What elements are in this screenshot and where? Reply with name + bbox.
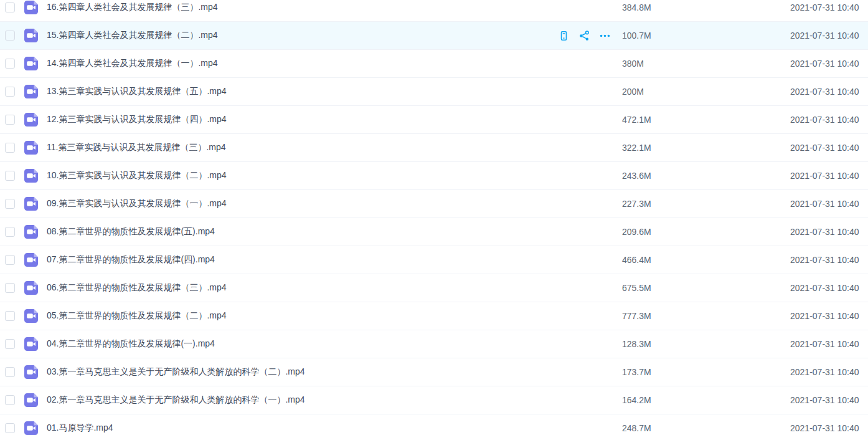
file-row[interactable]: 06.第二章世界的物质性及发展规律（三）.mp4 675.5M 2021-07-… [0,274,868,302]
file-date: 2021-07-31 10:40 [790,395,868,405]
file-row[interactable]: 03.第一章马克思主义是关于无产阶级和人类解放的科学（二）.mp4 173.7M… [0,358,868,386]
row-checkbox[interactable] [5,395,15,405]
row-checkbox[interactable] [5,87,15,97]
video-file-icon [24,225,38,239]
file-name[interactable]: 06.第二章世界的物质性及发展规律（三）.mp4 [47,282,622,294]
file-row[interactable]: 07.第二章世界的物质性及发展规律(四).mp4 466.4M 2021-07-… [0,246,868,274]
file-list: 16.第四章人类社会及其发展规律（三）.mp4 384.8M 2021-07-3… [0,0,868,435]
row-checkbox[interactable] [5,115,15,125]
file-name[interactable]: 10.第三章实践与认识及其发展规律（二）.mp4 [47,170,622,181]
file-row[interactable]: 08.第二章世界的物质性及发展规律(五).mp4 209.6M 2021-07-… [0,218,868,246]
file-row[interactable]: 09.第三章实践与认识及其发展规律（一）.mp4 227.3M 2021-07-… [0,190,868,218]
file-row[interactable]: 15.第四章人类社会及其发展规律（二）.mp4 100 [0,22,868,50]
file-size: 384.8M [622,2,790,12]
video-file-icon [24,393,38,407]
file-name[interactable]: 07.第二章世界的物质性及发展规律(四).mp4 [47,254,622,265]
file-size: 322.1M [622,143,790,153]
video-file-icon [24,1,38,14]
row-checkbox[interactable] [5,283,15,293]
file-size: 128.3M [622,339,790,349]
row-checkbox[interactable] [5,171,15,181]
row-checkbox[interactable] [5,2,15,12]
file-size: 248.7M [622,423,790,433]
file-size: 227.3M [622,199,790,209]
file-row[interactable]: 10.第三章实践与认识及其发展规律（二）.mp4 243.6M 2021-07-… [0,162,868,190]
video-file-icon [24,337,38,351]
file-row[interactable]: 05.第二章世界的物质性及发展规律（二）.mp4 777.3M 2021-07-… [0,302,868,330]
video-file-icon [24,57,38,70]
file-row[interactable]: 04.第二章世界的物质性及发展规律(一).mp4 128.3M 2021-07-… [0,330,868,358]
file-date: 2021-07-31 10:40 [790,87,868,97]
row-actions [558,30,611,42]
video-file-icon [24,85,38,98]
video-file-icon [24,169,38,183]
file-size: 380M [622,59,790,69]
file-name[interactable]: 14.第四章人类社会及其发展规律（一）.mp4 [47,58,622,69]
file-row[interactable]: 12.第三章实践与认识及其发展规律（四）.mp4 472.1M 2021-07-… [0,106,868,134]
file-size: 209.6M [622,227,790,237]
file-date: 2021-07-31 10:40 [790,31,868,41]
file-date: 2021-07-31 10:40 [790,199,868,209]
file-date: 2021-07-31 10:40 [790,2,868,12]
file-name[interactable]: 05.第二章世界的物质性及发展规律（二）.mp4 [47,310,622,322]
video-file-icon [24,253,38,267]
row-checkbox[interactable] [5,199,15,209]
video-file-icon [24,113,38,127]
file-size: 243.6M [622,171,790,181]
file-date: 2021-07-31 10:40 [790,143,868,153]
file-name[interactable]: 12.第三章实践与认识及其发展规律（四）.mp4 [47,114,622,125]
file-date: 2021-07-31 10:40 [790,367,868,377]
file-date: 2021-07-31 10:40 [790,171,868,181]
row-checkbox[interactable] [5,227,15,237]
file-row[interactable]: 14.第四章人类社会及其发展规律（一）.mp4 380M 2021-07-31 … [0,50,868,78]
share-icon[interactable] [578,30,590,42]
file-size: 777.3M [622,311,790,321]
file-name[interactable]: 11.第三章实践与认识及其发展规律（三）.mp4 [47,142,622,153]
file-date: 2021-07-31 10:40 [790,59,868,69]
file-size: 164.2M [622,395,790,405]
file-row[interactable]: 11.第三章实践与认识及其发展规律（三）.mp4 322.1M 2021-07-… [0,134,868,162]
file-date: 2021-07-31 10:40 [790,255,868,265]
row-checkbox[interactable] [5,143,15,153]
row-checkbox[interactable] [5,31,15,41]
file-size: 100.7M [622,31,790,41]
more-icon[interactable] [599,30,611,42]
file-date: 2021-07-31 10:40 [790,339,868,349]
video-file-icon [24,197,38,211]
video-file-icon [24,281,38,295]
file-name[interactable]: 13.第三章实践与认识及其发展规律（五）.mp4 [47,86,622,97]
file-size: 675.5M [622,283,790,293]
row-checkbox[interactable] [5,255,15,265]
file-name[interactable]: 15.第四章人类社会及其发展规律（二）.mp4 [47,30,558,41]
row-checkbox[interactable] [5,423,15,433]
file-date: 2021-07-31 10:40 [790,311,868,321]
file-size: 466.4M [622,255,790,265]
video-file-icon [24,309,38,323]
file-date: 2021-07-31 10:40 [790,283,868,293]
file-name[interactable]: 16.第四章人类社会及其发展规律（三）.mp4 [47,2,622,13]
row-checkbox[interactable] [5,367,15,377]
file-row[interactable]: 02.第一章马克思主义是关于无产阶级和人类解放的科学（一）.mp4 164.2M… [0,386,868,414]
file-name[interactable]: 09.第三章实践与认识及其发展规律（一）.mp4 [47,198,622,209]
video-file-icon [24,141,38,155]
row-checkbox[interactable] [5,59,15,69]
file-name[interactable]: 04.第二章世界的物质性及发展规律(一).mp4 [47,338,622,350]
file-date: 2021-07-31 10:40 [790,423,868,433]
send-to-device-icon[interactable] [558,30,570,42]
file-row[interactable]: 01.马原导学.mp4 248.7M 2021-07-31 10:40 [0,414,868,435]
file-name[interactable]: 02.第一章马克思主义是关于无产阶级和人类解放的科学（一）.mp4 [47,394,622,406]
row-checkbox[interactable] [5,339,15,349]
file-row[interactable]: 16.第四章人类社会及其发展规律（三）.mp4 384.8M 2021-07-3… [0,0,868,22]
video-file-icon [24,421,38,435]
file-name[interactable]: 03.第一章马克思主义是关于无产阶级和人类解放的科学（二）.mp4 [47,366,622,378]
file-name[interactable]: 08.第二章世界的物质性及发展规律(五).mp4 [47,226,622,237]
file-name[interactable]: 01.马原导学.mp4 [47,423,622,434]
row-checkbox[interactable] [5,311,15,321]
file-row[interactable]: 13.第三章实践与认识及其发展规律（五）.mp4 200M 2021-07-31… [0,78,868,106]
video-file-icon [24,365,38,379]
video-file-icon [24,29,38,42]
file-size: 472.1M [622,115,790,125]
file-date: 2021-07-31 10:40 [790,227,868,237]
file-size: 173.7M [622,367,790,377]
file-date: 2021-07-31 10:40 [790,115,868,125]
